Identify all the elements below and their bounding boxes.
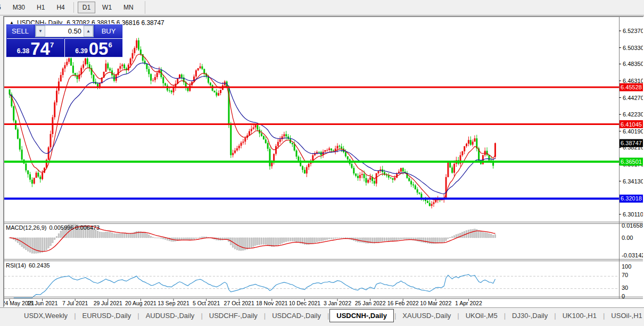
macd-histogram-bar xyxy=(282,238,283,243)
candle-body xyxy=(171,90,172,92)
buy-button[interactable]: BUY xyxy=(95,25,122,37)
macd-histogram-bar xyxy=(249,238,250,248)
date-label: 1 Apr 2022 xyxy=(455,300,482,306)
date-label: 7 Jul 2021 xyxy=(62,300,88,306)
level-price-badge[interactable]: 6.32018 xyxy=(621,195,642,202)
timeframe-button-H4[interactable]: H4 xyxy=(52,2,69,13)
macd-histogram-bar xyxy=(130,233,131,238)
candle-body xyxy=(468,140,469,144)
macd-histogram-bar xyxy=(50,238,52,246)
chart-canvas[interactable]: 6.523706.503306.483506.463106.442706.422… xyxy=(4,17,643,306)
candle-body xyxy=(52,117,53,134)
tab-dj30-daily[interactable]: DJ30-,Daily xyxy=(506,310,554,321)
tab-ukoil-m5[interactable]: UKOil-,M5 xyxy=(460,310,503,321)
buy-price-small: 6.39 xyxy=(75,47,87,55)
buy-price[interactable]: 6.39 05 6 xyxy=(64,38,122,57)
candle-body xyxy=(19,139,21,149)
candle-body xyxy=(302,166,303,170)
macd-histogram-bar xyxy=(384,238,385,241)
candle-body xyxy=(134,48,135,53)
macd-histogram-bar xyxy=(263,238,265,245)
candle-body xyxy=(474,138,475,141)
candle-body xyxy=(419,193,420,194)
macd-histogram-bar xyxy=(105,232,107,238)
macd-histogram-bar xyxy=(345,238,346,238)
timeframe-button-D1[interactable]: D1 xyxy=(78,2,95,13)
sell-button[interactable]: SELL xyxy=(7,25,34,37)
rsi-label: RSI(14)60.2435 xyxy=(6,262,50,269)
candle-body xyxy=(412,185,414,186)
candle-body xyxy=(130,58,131,65)
tab-usdcad-daily[interactable]: USDCAD-,Daily xyxy=(266,310,327,321)
tab-usdcnh-daily[interactable]: USDCNH-,Daily xyxy=(329,309,394,322)
candle-body xyxy=(56,91,57,103)
macd-histogram-bar xyxy=(122,233,123,238)
candle-body xyxy=(451,168,453,173)
macd-histogram-bar xyxy=(327,238,328,240)
macd-histogram-bar xyxy=(462,232,464,238)
candle-body xyxy=(230,125,232,155)
volume-input[interactable]: 0.50 xyxy=(45,26,84,37)
timeframe-button-H1[interactable]: H1 xyxy=(32,2,49,13)
price-axis-label: 6.34130 xyxy=(623,178,643,185)
timeframe-button-MN[interactable]: MN xyxy=(119,2,138,13)
date-label: 16 Feb 2022 xyxy=(387,300,419,306)
price-axis-label: 6.40190 xyxy=(623,128,643,135)
level-price-badge[interactable]: 6.45528 xyxy=(621,84,642,90)
sell-price[interactable]: 6.38 74 7 xyxy=(7,38,64,57)
candle-body xyxy=(242,141,244,143)
macd-histogram-bar xyxy=(265,238,267,245)
candle-body xyxy=(357,176,359,178)
macd-histogram-bar xyxy=(491,235,492,238)
volume-increase-button[interactable]: ▲ xyxy=(84,26,93,37)
candle-body xyxy=(39,177,41,179)
timeframe-button-W1[interactable]: W1 xyxy=(97,2,117,13)
candle-body xyxy=(201,66,203,69)
macd-histogram-bar xyxy=(320,238,322,241)
macd-histogram-bar xyxy=(159,238,160,238)
candle-body xyxy=(132,53,134,58)
level-price-badge[interactable]: 6.41045 xyxy=(621,121,642,128)
macd-histogram-bar xyxy=(441,238,443,243)
macd-histogram-bar xyxy=(480,232,482,238)
timeframe-button-M30[interactable]: M30 xyxy=(8,2,30,13)
candle-body xyxy=(367,180,369,182)
rsi-line xyxy=(14,274,496,298)
candle-body xyxy=(241,143,242,146)
tab-uk100-h1[interactable]: UK100-,H1 xyxy=(557,310,602,321)
candle-body xyxy=(364,174,365,178)
candle-body xyxy=(232,153,234,155)
candle-body xyxy=(66,62,68,65)
candle-body xyxy=(238,146,240,148)
tab-eurusd-daily[interactable]: EURUSD-,Daily xyxy=(77,310,137,321)
timeframe-button-5[interactable]: 5 xyxy=(0,2,6,13)
candle-body xyxy=(361,174,363,175)
macd-histogram-bar xyxy=(290,238,291,241)
macd-histogram-bar xyxy=(339,238,341,238)
date-label: 3 Jan 2022 xyxy=(324,300,351,306)
level-price-badge[interactable]: 6.36501 xyxy=(621,158,642,165)
candle-body xyxy=(17,129,19,139)
candle-body xyxy=(365,178,367,183)
tab-audusd-daily[interactable]: AUDUSD-,Daily xyxy=(140,310,201,321)
macd-histogram-bar xyxy=(197,238,199,238)
candle-body xyxy=(169,90,170,91)
date-label: 10 Mar 2022 xyxy=(420,300,451,306)
candle-body xyxy=(427,201,428,203)
tab-usdx-weekly[interactable]: USDX,Weekly xyxy=(18,310,73,321)
candle-body xyxy=(13,106,14,121)
macd-histogram-bar xyxy=(204,237,205,238)
tab-usoil-h1[interactable]: USOil-,H1 xyxy=(605,310,644,321)
macd-histogram-bar xyxy=(279,238,281,244)
rsi-layer xyxy=(4,274,619,298)
candle-body xyxy=(146,64,147,69)
tab-usdchf-daily[interactable]: USDCHF-,Daily xyxy=(203,310,263,321)
candle-body xyxy=(195,70,197,77)
tab-xauusd-daily[interactable]: XAUUSD-,Daily xyxy=(397,310,457,321)
macd-histogram-bar xyxy=(146,234,148,238)
macd-histogram-bar xyxy=(364,238,365,243)
volume-decrease-button[interactable]: ▼ xyxy=(36,26,45,37)
candle-body xyxy=(408,178,410,181)
candle-body xyxy=(21,149,23,160)
candle-body xyxy=(164,83,166,85)
